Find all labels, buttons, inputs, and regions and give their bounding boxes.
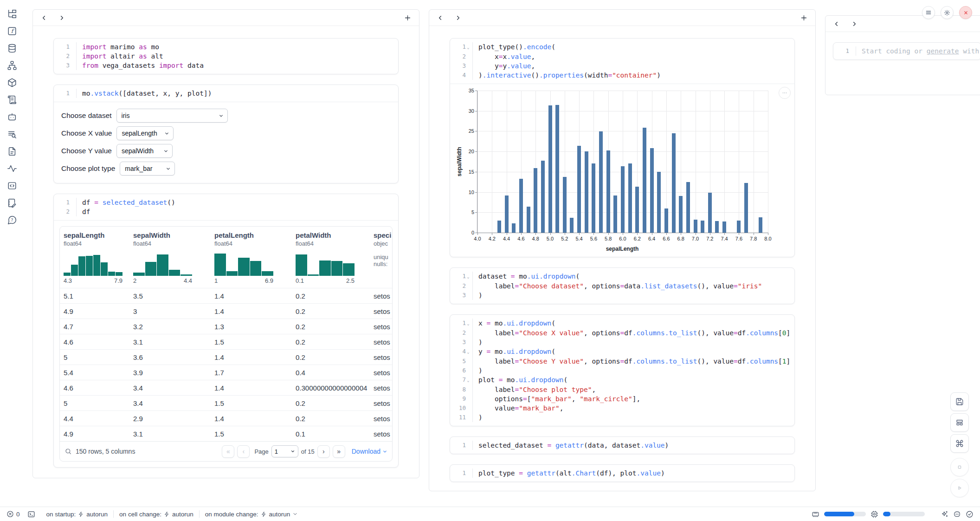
- connection-status-icon[interactable]: [966, 510, 974, 518]
- first-page-button[interactable]: «: [222, 445, 234, 458]
- command-icon[interactable]: [950, 434, 969, 453]
- chart-bar: [548, 105, 552, 233]
- table-cell: 3.6: [129, 353, 211, 361]
- code-line: 1df = selected_dataset(): [54, 198, 398, 207]
- table-cell: setos: [370, 323, 392, 331]
- terminal-button[interactable]: [27, 510, 35, 518]
- code-editor[interactable]: 1Start coding or generate with: [833, 43, 980, 59]
- chart-x-axis-title: sepalLength: [477, 246, 767, 252]
- axis-tick: [475, 192, 477, 193]
- chevron-right-icon[interactable]: [851, 20, 858, 27]
- documentation-icon[interactable]: [6, 146, 18, 157]
- chevron-down-icon: [163, 149, 168, 154]
- stop-icon[interactable]: [950, 458, 969, 476]
- y-value-select[interactable]: sepalWidth: [116, 144, 173, 158]
- prev-page-button[interactable]: ‹: [237, 445, 250, 458]
- search-icon[interactable]: [64, 448, 72, 455]
- chart-bar: [650, 148, 654, 233]
- chevron-left-icon[interactable]: [437, 14, 444, 21]
- chat-icon[interactable]: [6, 111, 18, 123]
- code-line: 11): [450, 413, 794, 422]
- snippets-icon[interactable]: [6, 180, 18, 191]
- table-row: 4.63.41.40.30000000000000004setos: [60, 380, 392, 395]
- logs-icon[interactable]: [6, 94, 18, 105]
- column-type: float64: [296, 240, 366, 247]
- notebook-panel-left: 1import marimo as mo2import altair as al…: [32, 9, 419, 478]
- scratchpad-icon[interactable]: [6, 197, 18, 208]
- file-explorer-icon[interactable]: [6, 8, 18, 20]
- outline-icon[interactable]: [6, 129, 18, 140]
- add-cell-icon[interactable]: [800, 14, 808, 22]
- variables-icon[interactable]: f: [6, 26, 18, 37]
- code-editor[interactable]: 1mo.vstack([dataset, x, y, plot]): [54, 85, 398, 102]
- cell-plot: 1⌄plot_type().encode(2 x=x.value,3 y=y.v…: [450, 38, 795, 257]
- code-editor[interactable]: 1import marimo as mo2import altair as al…: [54, 39, 398, 74]
- chart-menu-icon[interactable]: [779, 87, 791, 99]
- chart-bar: [628, 163, 632, 233]
- layout-icon[interactable]: [950, 413, 969, 432]
- last-page-button[interactable]: »: [333, 445, 345, 458]
- ai-sparkles-icon[interactable]: [941, 510, 948, 518]
- lightning-icon: [261, 511, 267, 517]
- x-tick-label: 5.2: [558, 236, 572, 241]
- code-editor[interactable]: 1⌄plot_type().encode(2 x=x.value,3 y=y.v…: [450, 39, 794, 84]
- dropdown-label: Choose Y value: [61, 147, 112, 155]
- chevron-left-icon[interactable]: [833, 20, 840, 27]
- histogram-bar: [86, 256, 93, 276]
- page-select[interactable]: 1: [271, 445, 298, 457]
- chart-bar: [643, 128, 646, 233]
- code-editor[interactable]: 1⌄dataset = mo.ui.dropdown(2 label="Choo…: [450, 268, 794, 304]
- histogram-bar: [343, 263, 355, 276]
- dataset-select[interactable]: iris: [116, 109, 228, 123]
- vstack-output: Choose dataset iris Choose X value sepal…: [54, 102, 398, 183]
- code-line: 2import altair as alt: [54, 52, 398, 61]
- help-icon[interactable]: ?: [6, 215, 18, 226]
- chevron-left-icon[interactable]: [40, 14, 47, 21]
- on-cell-change-toggle[interactable]: on cell change: autorun: [119, 511, 193, 518]
- cell-imports: 1import marimo as mo2import altair as al…: [53, 38, 399, 74]
- chart-bar: [679, 196, 683, 233]
- packages-icon[interactable]: [6, 77, 18, 88]
- add-cell-icon[interactable]: [404, 14, 412, 22]
- code-editor[interactable]: 1plot_type = getattr(alt.Chart(df), plot…: [450, 465, 794, 482]
- chart-bar: [534, 168, 537, 233]
- on-startup-toggle[interactable]: on startup: autorun: [46, 511, 108, 518]
- x-value-select[interactable]: sepalLength: [116, 126, 174, 140]
- svg-text:f: f: [11, 28, 15, 34]
- copilot-icon[interactable]: [953, 510, 961, 518]
- next-page-button[interactable]: ›: [317, 445, 330, 458]
- tracing-icon[interactable]: [6, 163, 18, 174]
- on-module-change-toggle[interactable]: on module change: autorun: [205, 511, 298, 518]
- svg-text:?: ?: [11, 217, 13, 222]
- cell-selected-dataset: 1selected_dataset = getattr(data, datase…: [450, 436, 795, 454]
- code-editor[interactable]: 1selected_dataset = getattr(data, datase…: [450, 437, 794, 454]
- download-button[interactable]: Download: [352, 448, 387, 455]
- table-row: 4.931.40.2setos: [60, 303, 392, 319]
- close-icon[interactable]: [959, 6, 972, 19]
- column-unique: uniqu: [374, 254, 388, 260]
- row-count: 150 rows, 5 columns: [76, 448, 135, 455]
- menu-icon[interactable]: [922, 6, 935, 19]
- plot-type-select[interactable]: mark_bar: [120, 162, 175, 176]
- chevron-down-icon: [164, 131, 169, 136]
- code-editor[interactable]: 1df = selected_dataset()2df: [54, 194, 398, 220]
- chart-bar: [512, 223, 516, 233]
- gear-icon[interactable]: [941, 6, 954, 19]
- save-icon[interactable]: [950, 392, 969, 411]
- axis-tick: [724, 233, 725, 235]
- histogram-bar: [71, 265, 78, 276]
- code-line: 4⌄y = mo.ui.dropdown(: [450, 347, 794, 357]
- dependency-graph-icon[interactable]: [6, 60, 18, 71]
- error-indicator[interactable]: 0: [6, 510, 20, 518]
- table-cell: 4.6: [60, 338, 129, 346]
- chevron-right-icon[interactable]: [455, 14, 462, 21]
- code-line: 1⌄dataset = mo.ui.dropdown(: [450, 272, 794, 281]
- datasources-icon[interactable]: [6, 43, 18, 54]
- chevron-down-icon: [290, 449, 295, 454]
- code-editor[interactable]: 1⌄x = mo.ui.dropdown(2 label="Choose X v…: [450, 315, 794, 426]
- histogram-bar: [93, 255, 100, 276]
- panel-header: [825, 16, 980, 32]
- run-icon[interactable]: [950, 479, 969, 497]
- chart-bar: [759, 217, 762, 233]
- chevron-right-icon[interactable]: [58, 14, 65, 21]
